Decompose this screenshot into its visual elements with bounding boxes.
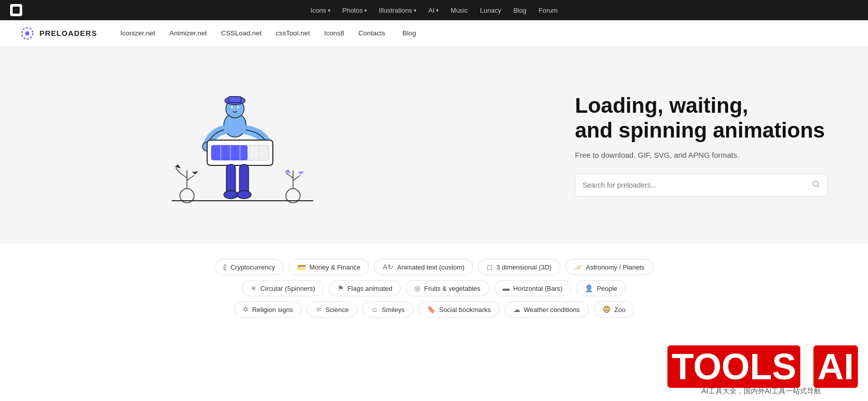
social-icon: 🔖 [427, 305, 436, 314]
svg-rect-33 [239, 164, 249, 195]
blog-link[interactable]: Blog [402, 29, 416, 37]
top-nav-icons[interactable]: Icons [305, 5, 335, 16]
cat-zoo[interactable]: 🦁Zoo [594, 301, 634, 318]
svg-marker-7 [175, 164, 181, 168]
zoo-icon: 🦁 [602, 305, 611, 314]
top-nav-illustrations[interactable]: Illustrations [374, 5, 421, 16]
top-nav-lunacy[interactable]: Lunacy [475, 5, 506, 16]
cat-3d[interactable]: ◻3 dimensional (3D) [478, 259, 560, 275]
cat-smileys[interactable]: ☺Smileys [362, 301, 413, 318]
cryptocurrency-icon: ₿ [223, 263, 227, 271]
cat-money-finance[interactable]: 💳Money & Finance [288, 259, 369, 275]
sec-nav-animizer[interactable]: Animizer.net [162, 27, 214, 39]
svg-line-12 [286, 173, 293, 178]
top-nav-photos[interactable]: Photos [337, 5, 372, 16]
cat-row-2: ✳Circular (Spinners)⚑Flags animated◎Frui… [30, 280, 838, 296]
science-label: Science [325, 306, 349, 314]
flags-label: Flags animated [348, 285, 393, 292]
horizontal-icon: ▬ [503, 284, 510, 292]
svg-rect-26 [211, 145, 248, 160]
astronomy-label: Astronomy / Planets [586, 263, 645, 271]
money-finance-label: Money & Finance [309, 263, 360, 271]
top-nav-links: IconsPhotosIllustrationsAIMusicLunacyBlo… [305, 5, 562, 16]
svg-line-14 [293, 175, 300, 181]
hero-subtitle: Free to download. GIF, SVG, and APNG for… [575, 151, 828, 159]
cat-cryptocurrency[interactable]: ₿Cryptocurrency [215, 259, 283, 275]
fruits-icon: ◎ [414, 284, 420, 292]
smileys-label: Smileys [381, 306, 405, 314]
flags-icon: ⚑ [337, 284, 344, 292]
cat-people[interactable]: 👤People [576, 280, 625, 296]
logo-text: PRELOADERS [39, 29, 97, 37]
cat-fruits[interactable]: ◎Fruits & vegetables [406, 280, 489, 296]
svg-line-5 [180, 173, 187, 178]
svg-marker-15 [298, 171, 304, 174]
zoo-label: Zoo [614, 306, 625, 314]
top-nav-forum[interactable]: Forum [534, 5, 563, 16]
cat-religion[interactable]: ✡Religion signs [234, 301, 302, 318]
search-box[interactable] [575, 173, 828, 197]
svg-line-6 [176, 168, 180, 173]
hero-title: Loading, waiting,and spinning animations [575, 94, 828, 143]
3d-label: 3 dimensional (3D) [496, 263, 551, 271]
cat-circular[interactable]: ✳Circular (Spinners) [242, 280, 323, 296]
people-label: People [597, 285, 617, 292]
svg-line-37 [817, 186, 819, 188]
svg-marker-13 [285, 169, 291, 173]
animated-text-label: Animated text (custom) [397, 263, 465, 271]
sec-nav-links: Iconizer.netAnimizer.netCSSLoad.netcssTo… [113, 27, 392, 39]
circular-label: Circular (Spinners) [260, 285, 315, 292]
svg-rect-32 [226, 164, 235, 195]
cat-social[interactable]: 🔖Social bookmarks [418, 301, 500, 318]
weather-icon: ☁ [513, 305, 520, 314]
hero-content: Loading, waiting,and spinning animations… [575, 94, 828, 197]
spinner-icon [20, 26, 34, 40]
cat-science[interactable]: ⚛Science [307, 301, 357, 318]
cat-astronomy[interactable]: 🪐Astronomy / Planets [565, 259, 653, 275]
people-icon: 👤 [585, 284, 593, 292]
religion-label: Religion signs [252, 306, 293, 314]
svg-point-1 [25, 31, 29, 35]
svg-point-34 [224, 191, 238, 199]
search-icon [812, 180, 820, 190]
3d-icon: ◻ [487, 263, 493, 271]
animated-text-icon: A↻ [382, 263, 393, 271]
social-label: Social bookmarks [439, 306, 491, 314]
loading-illustration [141, 74, 333, 216]
top-nav-blog[interactable]: Blog [508, 5, 532, 16]
sec-nav-iconizer[interactable]: Iconizer.net [113, 27, 162, 39]
sec-nav-icons8[interactable]: Icons8 [317, 27, 351, 39]
svg-line-8 [187, 175, 194, 181]
top-nav-logo[interactable] [10, 4, 22, 16]
site-logo[interactable]: PRELOADERS [20, 26, 97, 40]
cat-row-1: ₿Cryptocurrency💳Money & FinanceA↻Animate… [30, 259, 838, 275]
cat-flags[interactable]: ⚑Flags animated [329, 280, 401, 296]
money-finance-icon: 💳 [297, 263, 306, 271]
hero-illustration [131, 69, 344, 221]
cat-animated-text[interactable]: A↻Animated text (custom) [374, 259, 473, 275]
science-icon: ⚛ [315, 305, 322, 314]
sec-nav-csstool[interactable]: cssTool.net [269, 27, 317, 39]
svg-marker-9 [192, 171, 198, 174]
cryptocurrency-label: Cryptocurrency [230, 263, 275, 271]
sec-nav-contacts[interactable]: Contacts [351, 27, 392, 39]
search-input[interactable] [583, 181, 812, 189]
top-nav-ai[interactable]: AI [423, 5, 444, 16]
cat-weather[interactable]: ☁Weather conditions [505, 301, 589, 318]
weather-label: Weather conditions [524, 306, 580, 314]
top-nav-music[interactable]: Music [446, 5, 473, 16]
cat-row-3: ✡Religion signs⚛Science☺Smileys🔖Social b… [30, 301, 838, 318]
circular-icon: ✳ [251, 284, 257, 292]
svg-point-19 [237, 106, 239, 108]
horizontal-label: Horizontal (Bars) [513, 285, 563, 292]
cat-horizontal[interactable]: ▬Horizontal (Bars) [494, 280, 571, 296]
categories-section: ₿Cryptocurrency💳Money & FinanceA↻Animate… [0, 244, 868, 333]
svg-rect-21 [229, 97, 241, 103]
fruits-label: Fruits & vegetables [424, 285, 480, 292]
secondary-navigation: PRELOADERS Iconizer.netAnimizer.netCSSLo… [0, 20, 868, 47]
sec-nav-cssload[interactable]: CSSLoad.net [214, 27, 269, 39]
religion-icon: ✡ [243, 305, 249, 314]
svg-point-35 [237, 191, 251, 199]
svg-point-18 [231, 106, 233, 108]
astronomy-icon: 🪐 [574, 263, 583, 271]
